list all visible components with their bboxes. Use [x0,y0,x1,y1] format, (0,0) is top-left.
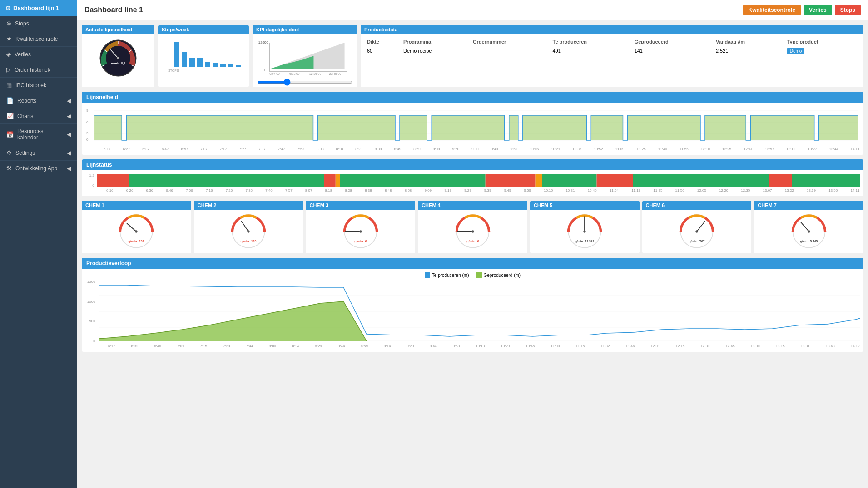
dashboard-icon: ⊙ [5,5,10,11]
svg-rect-46 [542,174,596,187]
svg-rect-19 [236,65,241,67]
svg-marker-38 [94,115,858,140]
sidebar-item-kwaliteitscontrole[interactable]: ★ Kwaliteitscontrole [0,31,77,47]
speed-card-header: Actuele lijnsnelheid [82,25,154,34]
resources-icon: 📅 [6,131,14,138]
svg-rect-50 [792,174,860,187]
arrow-icon-settings: ◀ [67,150,71,156]
sidebar-item-ontwikkeling[interactable]: ⚒ Ontwikkeling App ◀ [0,161,77,176]
col-programma: Programma [401,38,470,46]
svg-rect-39 [97,174,129,187]
chem1-body: g/min: 262 [82,210,191,253]
svg-point-53 [135,230,138,232]
production-table: Dikte Programma Ordernummer Te producere… [364,38,860,55]
sidebar-item-settings[interactable]: ⚙ Settings ◀ [0,145,77,161]
stops-card-body: STOPS [158,34,249,79]
verlies-button[interactable]: Verlies [804,5,832,15]
chem1-header: CHEM 1 [82,201,191,210]
svg-point-61 [359,230,362,232]
cell-programma: Demo recipe [401,46,470,56]
lijnsnelheid-header: Lijnsnelheid [82,92,863,103]
cell-vandaag: 2.521 [713,46,784,56]
kpi-card-body: 12000 0 0:04:00 6:12:00 12:36:00 23: [253,34,357,87]
sidebar-item-charts[interactable]: 📈 Charts ◀ [0,108,77,124]
sidebar-item-stops[interactable]: ⊗ Stops [0,16,77,31]
chem4-card: CHEM 4 g/min: 0 [418,201,527,253]
arrow-icon-resources: ◀ [67,131,71,138]
chem5-header: CHEM 5 [530,201,640,210]
speed-gauge-container: m/min: 8,0 [85,38,151,79]
chem4-gauge: g/min: 0 [455,213,491,250]
sidebar-item-order-historiek[interactable]: ▷ Order historiek [0,62,77,78]
production-card-body: Dikte Programma Ordernummer Te producere… [361,34,863,59]
chem7-card: CHEM 7 g/min: 5.445 [754,201,863,253]
verlies-icon: ◈ [6,51,11,58]
lijnstatus-section: Lijnstatus 1.2 0 [82,159,863,196]
kpi-chart: 12000 0 0:04:00 6:12:00 12:36:00 23: [256,38,353,79]
top-stats-row: Actuele lijnsnelheid [82,25,863,87]
page-title: Dashboard line 1 [84,6,143,14]
legend-te-produceren: Te produceren (m) [425,272,469,278]
productieverloop-chart-wrap: 1500 1000 500 0 [85,280,860,343]
settings-icon: ⚙ [6,149,12,156]
sidebar-item-resources[interactable]: 📅 Resources kalender ◀ [0,124,77,145]
svg-rect-17 [220,64,226,67]
svg-point-8 [117,57,119,59]
svg-rect-13 [189,58,195,67]
kpi-card-header: KPI dagelijks doel [253,25,357,34]
svg-text:g/min: 120: g/min: 120 [240,240,256,243]
col-type: Type product [784,38,860,46]
chem2-body: g/min: 120 [194,210,303,253]
chem2-gauge: g/min: 120 [230,213,267,250]
svg-text:g/min: 0: g/min: 0 [354,240,367,243]
sidebar-item-reports[interactable]: 📄 Reports ◀ [0,93,77,108]
kpi-slider[interactable] [257,81,352,84]
productieverloop-time-labels: 6:176:326:467:017:157:297:448:008:148:29… [94,344,860,348]
lijnstatus-time-labels: 6:166:266:366:467:067:167:267:367:467:57… [94,188,860,192]
svg-point-77 [808,230,810,232]
svg-point-73 [695,230,698,232]
chem1-gauge: g/min: 262 [118,213,154,250]
speed-card-body: m/min: 8,0 [82,34,154,82]
stops-card-header: Stops/week [158,25,249,34]
col-dikte: Dikte [364,38,401,46]
svg-text:6: 6 [86,120,89,124]
svg-rect-43 [340,174,485,187]
chem6-body: g/min: 767 [642,210,752,253]
col-ordernummer: Ordernummer [470,38,550,46]
lijnsnelheid-body: 9 6 3 0 6:176:276:376:476:577:077:177:27… [82,103,863,155]
table-row: 60 Demo recipe 491 141 2.521 Demo [364,46,860,56]
chem1-card: CHEM 1 g/min: 262 [82,201,191,253]
col-vandaag: Vandaag #m [713,38,784,46]
sidebar-item-verlies[interactable]: ◈ Verlies [0,47,77,62]
productieverloop-chart-svg [99,280,860,343]
svg-text:g/min: 767: g/min: 767 [689,240,704,243]
svg-rect-11 [174,42,179,67]
stops-button[interactable]: Stops [835,5,861,15]
svg-text:STOPS: STOPS [168,69,179,72]
col-geproduceerd: Geproduceerd [632,38,713,46]
speed-gauge: m/min: 8,0 [98,38,139,79]
sidebar-active-item[interactable]: ⊙ Dashboard lijn 1 [0,0,77,16]
svg-text:0: 0 [86,138,89,142]
cell-type: Demo [784,46,860,56]
svg-point-69 [584,230,586,232]
kwaliteitscontrole-button[interactable]: Kwaliteitscontrole [743,5,801,15]
demo-badge: Demo [787,48,805,54]
cell-te-produceren: 491 [550,46,631,56]
svg-text:23:48:00: 23:48:00 [329,72,342,75]
arrow-icon-ontwikkeling: ◀ [67,165,71,172]
kwaliteitscontrole-icon: ★ [6,35,12,42]
svg-rect-12 [182,52,187,67]
svg-rect-44 [485,174,535,187]
svg-rect-41 [324,174,335,187]
svg-rect-16 [213,63,218,67]
svg-text:12000: 12000 [258,40,268,44]
sidebar-item-ibc-historiek[interactable]: ▦ IBC historiek [0,78,77,93]
chem7-body: g/min: 5.445 [754,210,863,253]
svg-point-65 [471,230,474,232]
arrow-icon-charts: ◀ [67,113,71,119]
stops-card: Stops/week STOPS [158,25,249,87]
svg-text:m/min: 8,0: m/min: 8,0 [111,62,125,65]
production-card: Productiedata Dikte Programma Ordernumme… [361,25,863,87]
